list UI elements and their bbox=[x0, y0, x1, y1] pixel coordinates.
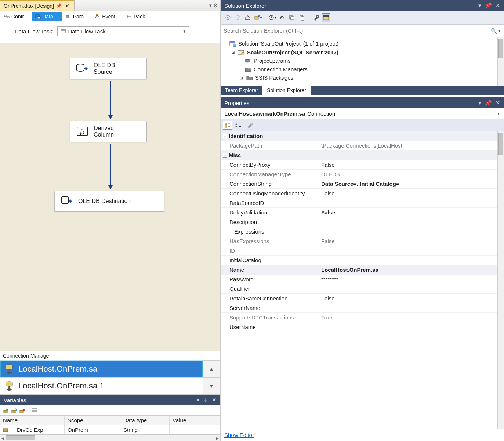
variables-col-type[interactable]: Data type bbox=[120, 416, 170, 425]
properties-title: Properties bbox=[224, 100, 249, 106]
pin-icon[interactable]: 📌 bbox=[485, 2, 492, 9]
pin-icon[interactable]: 📌 bbox=[56, 3, 62, 8]
add-variable-button[interactable] bbox=[3, 408, 9, 414]
designer-tab-3[interactable]: Event… bbox=[92, 12, 123, 21]
property-row[interactable]: ConnectUsingManagedIdentityFalse bbox=[221, 189, 504, 198]
nav-forward-button[interactable] bbox=[233, 13, 242, 22]
flow-arrow[interactable] bbox=[110, 81, 111, 119]
categorized-button[interactable] bbox=[223, 121, 232, 130]
close-icon[interactable]: ✕ bbox=[212, 397, 217, 403]
gear-icon[interactable]: ⚙ bbox=[213, 3, 218, 8]
nav-back-button[interactable] bbox=[224, 13, 232, 22]
solution-node[interactable]: Solution 'ScaleOutProject' (1 of 1 proje… bbox=[222, 39, 503, 48]
oledb-destination-node[interactable]: OLE DB Destination bbox=[54, 191, 164, 212]
property-row[interactable]: NameLocalHost.OnPrem.sa bbox=[221, 265, 504, 275]
expand-icon[interactable]: + bbox=[229, 228, 233, 235]
pin-icon[interactable]: ⇩ bbox=[203, 397, 208, 403]
design-canvas[interactable]: OLE DB Source fx Derived Column OLE DB D… bbox=[0, 43, 220, 351]
move-variable-button[interactable] bbox=[11, 408, 17, 414]
connection-scroll-down[interactable]: ▼ bbox=[203, 377, 220, 394]
close-icon[interactable]: ✕ bbox=[496, 100, 500, 106]
alphabetical-button[interactable]: AZ bbox=[234, 121, 243, 130]
properties-button[interactable] bbox=[312, 13, 320, 22]
variables-col-value[interactable]: Value bbox=[170, 416, 220, 425]
scroll-right-icon[interactable]: ▶ bbox=[214, 435, 220, 441]
preview-button[interactable] bbox=[322, 13, 330, 22]
designer-tab-0[interactable]: Contr… bbox=[1, 12, 32, 21]
panel-tab[interactable]: Solution Explorer bbox=[262, 86, 311, 95]
property-row[interactable]: DataSourceID bbox=[221, 198, 504, 208]
delete-variable-button[interactable] bbox=[19, 408, 25, 414]
chevron-down-icon[interactable]: ▾ bbox=[197, 397, 200, 403]
property-row[interactable]: SupportsDTCTransactionsTrue bbox=[221, 313, 504, 322]
designer-tab-1[interactable]: Data … bbox=[32, 12, 62, 21]
designer-tab-2[interactable]: Para… bbox=[63, 12, 92, 21]
project-params-node[interactable]: Project.params bbox=[222, 57, 503, 65]
ssis-packages-node[interactable]: ◢ SSIS Packages bbox=[222, 73, 503, 82]
project-node[interactable]: ◢ ScaleOutProject (SQL Server 2017) bbox=[222, 48, 503, 57]
solution-explorer-scrollbar[interactable] bbox=[497, 37, 504, 86]
collapse-all-button[interactable] bbox=[287, 13, 296, 22]
connection-item[interactable]: LocalHost.OnPrem.sa bbox=[0, 361, 203, 377]
chevron-down-icon[interactable]: ▾ bbox=[478, 100, 481, 106]
property-row[interactable]: Description bbox=[221, 217, 504, 227]
connection-scroll-up[interactable]: ▲ bbox=[203, 361, 220, 377]
data-flow-task-select[interactable]: Data Flow Task ▼ bbox=[57, 26, 189, 36]
history-button[interactable]: ▾ bbox=[268, 13, 276, 22]
property-row[interactable]: +Expressions bbox=[221, 227, 504, 236]
property-pages-button[interactable] bbox=[245, 121, 254, 130]
svg-rect-35 bbox=[255, 16, 258, 19]
collapse-icon[interactable]: − bbox=[223, 153, 227, 158]
variables-scrollbar[interactable]: ◀ ▶ bbox=[0, 434, 220, 441]
property-row[interactable]: DelayValidationFalse bbox=[221, 208, 504, 217]
property-row[interactable]: ConnectionStringData Source=.;Initial Ca… bbox=[221, 179, 504, 189]
solution-search-input[interactable] bbox=[224, 28, 490, 34]
property-row[interactable]: ConnectionManagerTypeOLEDB bbox=[221, 170, 504, 179]
tab-icon bbox=[35, 14, 41, 19]
tab-menu-chevron-icon[interactable]: ▾ bbox=[209, 3, 212, 8]
oledb-source-node[interactable]: OLE DB Source bbox=[70, 58, 147, 79]
pin-icon[interactable]: 📌 bbox=[485, 100, 492, 106]
property-category[interactable]: −Misc bbox=[221, 151, 504, 160]
property-row[interactable]: ConnectByProxyFalse bbox=[221, 160, 504, 170]
expander-icon[interactable]: ◢ bbox=[231, 50, 235, 54]
scroll-left-icon[interactable]: ◀ bbox=[0, 435, 6, 441]
property-row[interactable]: HasExpressionsFalse bbox=[221, 236, 504, 246]
search-icon[interactable]: 🔍 bbox=[490, 28, 498, 34]
properties-scrollbar[interactable] bbox=[497, 131, 504, 429]
search-options-chevron-icon[interactable]: ▾ bbox=[498, 29, 501, 33]
chevron-down-icon[interactable]: ▾ bbox=[478, 2, 481, 9]
derived-column-node[interactable]: fx Derived Column bbox=[70, 121, 147, 142]
property-row[interactable]: ServerName. bbox=[221, 303, 504, 313]
connection-managers-node[interactable]: Connection Managers bbox=[222, 65, 503, 73]
property-row[interactable]: Qualifier bbox=[221, 284, 504, 294]
sync-with-active-button[interactable]: ▾ bbox=[253, 13, 262, 22]
property-row[interactable]: ID bbox=[221, 246, 504, 256]
show-all-files-button[interactable] bbox=[297, 13, 306, 22]
close-icon[interactable]: ✕ bbox=[64, 3, 70, 9]
connection-item[interactable]: LocalHost.OnPrem.sa 1 bbox=[0, 377, 203, 394]
property-row[interactable]: RetainSameConnectionFalse bbox=[221, 294, 504, 303]
property-category[interactable]: −Identification bbox=[221, 131, 504, 141]
expander-icon[interactable]: ◢ bbox=[240, 76, 244, 80]
close-icon[interactable]: ✕ bbox=[496, 2, 500, 9]
property-row[interactable]: PackagePath\Package.Connections[LocalHos… bbox=[221, 141, 504, 151]
flow-arrow[interactable] bbox=[110, 144, 111, 189]
show-editor-link[interactable]: Show Editor bbox=[224, 432, 254, 438]
variables-col-name[interactable]: Name bbox=[0, 416, 65, 425]
variables-col-scope[interactable]: Scope bbox=[65, 416, 120, 425]
designer-tab-4[interactable]: Pack… bbox=[124, 12, 153, 21]
document-tab[interactable]: OnPrem.dtsx [Design] 📌 ✕ bbox=[0, 0, 75, 11]
refresh-button[interactable] bbox=[278, 13, 286, 22]
svg-rect-45 bbox=[230, 41, 235, 43]
svg-rect-48 bbox=[238, 50, 244, 51]
variable-row[interactable]: DrvColExpOnPremString bbox=[0, 425, 220, 434]
property-row[interactable]: Password******** bbox=[221, 275, 504, 284]
home-button[interactable] bbox=[243, 13, 252, 22]
collapse-icon[interactable]: − bbox=[223, 134, 227, 138]
panel-tab[interactable]: Team Explorer bbox=[221, 86, 262, 95]
properties-object-selector[interactable]: LocalHost.sawinarkOnPrem.sa Connection ▼ bbox=[221, 108, 504, 119]
grid-options-button[interactable] bbox=[32, 408, 37, 414]
property-row[interactable]: InitialCatalog bbox=[221, 256, 504, 265]
property-row[interactable]: UserName bbox=[221, 322, 504, 332]
